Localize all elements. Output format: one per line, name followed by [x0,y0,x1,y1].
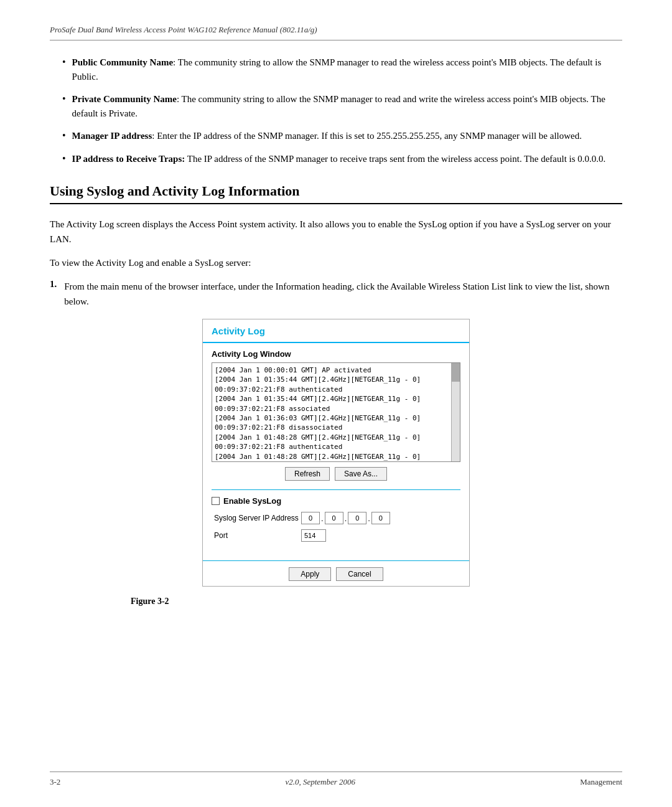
bullet-label-3: Manager IP address [72,131,152,141]
activity-log-panel: Activity Log Activity Log Window Refresh… [202,319,470,587]
footer-section: Management [580,777,622,787]
ip-field-1[interactable] [301,512,320,524]
log-buttons: Refresh Save As... [212,467,460,481]
apply-button[interactable]: Apply [289,567,331,581]
refresh-button[interactable]: Refresh [285,467,330,481]
port-row: Port [212,529,460,542]
ip-dot-3: . [368,514,370,523]
bullet-dot-4: • [62,153,66,166]
bullet-text-3: Manager IP address: Enter the IP address… [72,129,582,143]
numbered-text-1: From the main menu of the browser interf… [64,279,622,309]
syslog-section: Enable SysLog Syslog Server IP Address .… [212,496,460,552]
page: ProSafe Dual Band Wireless Access Point … [0,0,672,807]
bullet-dot-2: • [62,93,66,120]
log-textarea-wrapper [212,362,460,462]
log-scrollbar[interactable] [451,363,460,461]
bullet-text-4: IP address to Receive Traps: The IP addr… [72,152,606,166]
numbered-item-1: 1. From the main menu of the browser int… [50,279,622,309]
section-heading: Using Syslog and Activity Log Informatio… [50,183,622,204]
ip-field-2[interactable] [325,512,343,524]
cancel-button[interactable]: Cancel [336,567,383,581]
port-input[interactable] [301,529,326,542]
bullet-item-4: • IP address to Receive Traps: The IP ad… [50,152,622,166]
log-textarea[interactable] [212,363,451,461]
ip-field-3[interactable] [348,512,366,524]
syslog-checkbox-row: Enable SysLog [212,496,460,506]
footer-page-num: 3-2 [50,777,60,787]
enable-syslog-checkbox[interactable] [212,497,220,505]
ip-dot-1: . [321,514,324,523]
ip-field-4[interactable] [371,512,390,524]
bullet-item-2: • Private Community Name: The community … [50,92,622,120]
syslog-ip-label: Syslog Server IP Address [214,514,301,522]
port-label: Port [214,531,301,540]
numbered-label-1: 1. [50,279,57,309]
bullet-text-1: Public Community Name: The community str… [72,55,622,83]
divider-line [212,489,460,490]
panel-title-bar: Activity Log [203,319,469,343]
body-para-1: The Activity Log screen displays the Acc… [50,217,622,247]
enable-syslog-label: Enable SysLog [223,496,281,506]
bullet-section: • Public Community Name: The community s… [50,55,622,166]
body-para-2: To view the Activity Log and enable a Sy… [50,255,622,270]
log-scrollbar-thumb [452,363,460,382]
panel-title: Activity Log [212,326,265,336]
bullet-label-1: Public Community Name [72,57,174,67]
footer-version: v2.0, September 2006 [60,777,580,787]
bullet-body-3: : Enter the IP address of the SNMP manag… [152,131,582,141]
panel-body: Activity Log Window Refresh Save As... E… [203,343,469,560]
bullet-label-4: IP address to Receive Traps: [72,154,185,164]
bullet-dot-3: • [62,130,66,143]
bullet-dot-1: • [62,57,66,83]
bullet-item-1: • Public Community Name: The community s… [50,55,622,83]
bullet-text-2: Private Community Name: The community st… [72,92,622,120]
page-footer: 3-2 v2.0, September 2006 Management [50,772,622,787]
syslog-ip-row: Syslog Server IP Address . . . [212,512,460,524]
ip-dot-2: . [345,514,347,523]
ip-fields: . . . [301,512,390,524]
figure-caption: Figure 3-2 [50,597,622,606]
page-header: ProSafe Dual Band Wireless Access Point … [50,25,622,40]
bullet-body-4: The IP address of the SNMP manager to re… [185,154,605,164]
panel-footer: Apply Cancel [203,560,469,586]
log-window-label: Activity Log Window [212,349,460,359]
bullet-item-3: • Manager IP address: Enter the IP addre… [50,129,622,143]
header-title: ProSafe Dual Band Wireless Access Point … [50,25,317,34]
save-as-button[interactable]: Save As... [335,467,387,481]
bullet-label-2: Private Community Name [72,94,177,104]
